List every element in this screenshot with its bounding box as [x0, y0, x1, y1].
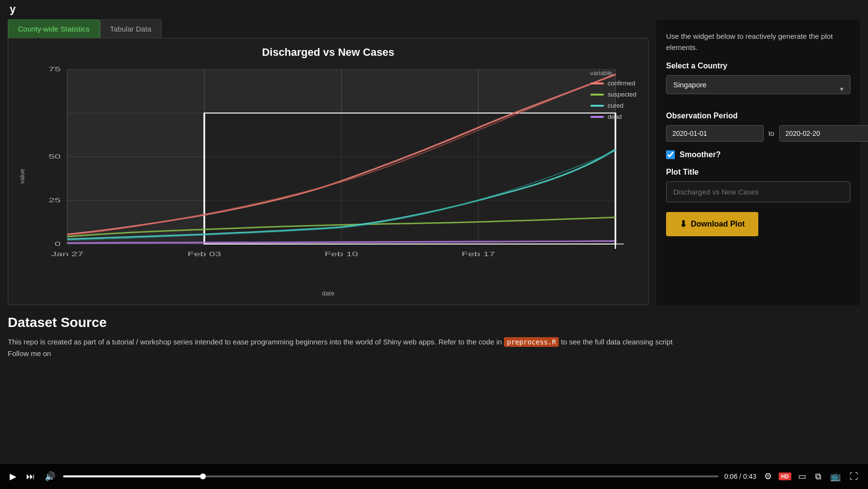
- smoother-label: Smoother?: [680, 150, 720, 159]
- vc-right-controls: ⚙ HD ▭ ⧉ 📺 ⛶: [762, 469, 860, 484]
- chart-inner: variable confirmed suspected cured: [26, 65, 640, 288]
- date-to-label: to: [768, 130, 774, 137]
- settings-button[interactable]: ⚙: [762, 469, 774, 484]
- time-current: 0:06: [724, 473, 737, 480]
- chart-area: value variable confirmed suspected: [16, 65, 640, 288]
- legend-item-cured: cured: [590, 102, 636, 109]
- svg-text:Feb 10: Feb 10: [325, 251, 358, 258]
- follow-text: Follow me on: [8, 349, 51, 358]
- skip-forward-button[interactable]: ⏭: [24, 470, 37, 484]
- play-button[interactable]: ▶: [8, 469, 18, 484]
- country-select-wrapper[interactable]: Singapore China US Italy Japan: [666, 75, 851, 103]
- download-icon: ⬇: [680, 219, 687, 229]
- download-btn-label: Download Plot: [691, 220, 745, 228]
- download-plot-button[interactable]: ⬇ Download Plot: [666, 212, 758, 236]
- legend-label-confirmed: confirmed: [608, 80, 635, 87]
- video-controls: ▶ ⏭ 🔊 0:06 / 0:43 ⚙ HD ▭ ⧉ 📺 ⛶: [0, 464, 868, 489]
- widget-description: Use the widget below to reactively gener…: [666, 31, 851, 53]
- legend-label-cured: cured: [608, 102, 624, 109]
- legend-color-confirmed: [590, 82, 604, 84]
- tab-tabular[interactable]: Tabular Data: [100, 19, 162, 38]
- legend-item-suspected: suspected: [590, 91, 636, 98]
- page-title: y: [10, 3, 16, 15]
- svg-text:25: 25: [49, 197, 61, 204]
- bottom-section: Dataset Source This repo is created as p…: [0, 305, 868, 369]
- svg-text:Jan 27: Jan 27: [51, 251, 83, 258]
- select-country-label: Select a Country: [666, 62, 851, 70]
- time-display: 0:06 / 0:43: [724, 473, 756, 480]
- dataset-title: Dataset Source: [8, 315, 860, 330]
- quality-badge: HD: [779, 473, 791, 480]
- legend-item-dead: dead: [590, 113, 636, 120]
- desc-text-2: to see the full data cleansing script: [561, 338, 673, 346]
- legend-label-dead: dead: [608, 113, 622, 120]
- legend-title: variable: [590, 69, 636, 77]
- progress-bar-fill: [63, 475, 203, 477]
- tab-county-wide[interactable]: County-wide Statistics: [8, 19, 100, 38]
- observation-period-label: Observation Period: [666, 112, 851, 120]
- cast-button[interactable]: 📺: [828, 469, 843, 484]
- left-panel: County-wide Statistics Tabular Data Disc…: [8, 19, 649, 305]
- svg-text:75: 75: [49, 66, 61, 73]
- smoother-row: Smoother?: [666, 150, 851, 159]
- legend-color-cured: [590, 105, 604, 107]
- svg-text:Feb 03: Feb 03: [187, 251, 221, 258]
- legend-color-dead: [590, 116, 604, 118]
- plot-title-label: Plot Title: [666, 168, 851, 177]
- chart-svg[interactable]: 75 50 25 0 Jan 27 Feb 03 Feb 10 Feb 17: [26, 65, 640, 268]
- right-panel: Use the widget below to reactively gener…: [656, 19, 860, 305]
- picture-in-picture-button[interactable]: ⧉: [813, 470, 823, 484]
- legend-label-suspected: suspected: [608, 91, 636, 98]
- fullscreen-button[interactable]: ⛶: [848, 470, 860, 484]
- legend: variable confirmed suspected cured: [590, 69, 636, 124]
- legend-color-suspected: [590, 94, 604, 96]
- svg-text:50: 50: [49, 153, 61, 160]
- chart-container: Discharged vs New Cases value variable c…: [8, 38, 649, 305]
- time-separator: /: [739, 473, 743, 480]
- code-highlight[interactable]: preprocess.R: [504, 337, 559, 347]
- svg-text:0: 0: [54, 241, 60, 247]
- chart-title: Discharged vs New Cases: [16, 46, 640, 59]
- y-axis-label: value: [16, 65, 26, 288]
- country-select[interactable]: Singapore China US Italy Japan: [666, 75, 851, 94]
- date-row: to: [666, 125, 851, 142]
- desc-text-1: This repo is created as part of a tutori…: [8, 338, 502, 346]
- theater-mode-button[interactable]: ▭: [796, 469, 808, 484]
- progress-bar[interactable]: [63, 475, 718, 477]
- tabs: County-wide Statistics Tabular Data: [8, 19, 649, 38]
- dataset-description: This repo is created as part of a tutori…: [8, 336, 860, 359]
- legend-item-confirmed: confirmed: [590, 80, 636, 87]
- date-from-input[interactable]: [666, 125, 764, 142]
- svg-text:Feb 17: Feb 17: [462, 251, 495, 258]
- plot-title-input[interactable]: [666, 181, 851, 202]
- volume-button[interactable]: 🔊: [43, 469, 57, 484]
- date-to-input[interactable]: [779, 125, 868, 142]
- x-axis-label: date: [16, 290, 640, 297]
- time-total: 0:43: [743, 473, 756, 480]
- smoother-checkbox[interactable]: [666, 150, 675, 159]
